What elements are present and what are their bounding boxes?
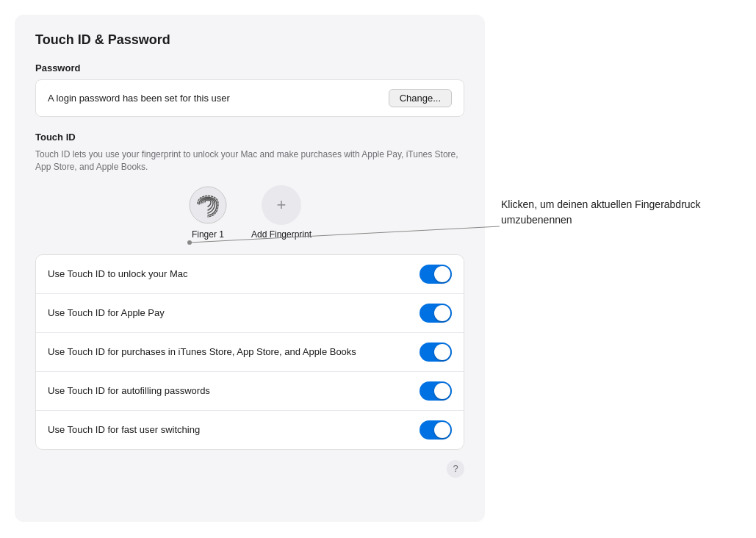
toggle-0[interactable] [420,265,452,284]
toggle-thumb-4 [434,422,450,438]
help-button-container: ? [35,460,464,478]
toggle-track-0[interactable] [420,265,452,284]
toggle-label-3: Use Touch ID for autofilling passwords [48,384,210,398]
touch-id-label: Touch ID [35,132,464,143]
toggle-row-1: Use Touch ID for Apple Pay [36,294,464,333]
toggle-track-3[interactable] [420,381,452,401]
password-box: A login password has been set for this u… [35,79,464,117]
toggle-row-2: Use Touch ID for purchases in iTunes Sto… [36,333,464,372]
change-password-button[interactable]: Change... [389,89,452,107]
settings-panel: Touch ID & Password Password A login pas… [15,15,485,522]
fingerprint-1-icon [188,185,228,225]
toggle-thumb-0 [434,266,450,282]
toggle-row-3: Use Touch ID for autofilling passwords [36,372,464,411]
svg-point-0 [190,187,226,223]
toggle-thumb-2 [434,344,450,360]
fingerprint-1-item[interactable]: Finger 1 [188,185,228,240]
panel-title: Touch ID & Password [35,32,464,48]
toggle-rows-container: Use Touch ID to unlock your Mac Use Touc… [35,254,464,450]
toggle-4[interactable] [420,420,452,440]
add-fingerprint-item[interactable]: + Add Fingerprint [251,185,312,240]
toggle-row-0: Use Touch ID to unlock your Mac [36,255,464,294]
touch-id-description: Touch ID lets you use your fingerprint t… [35,148,464,173]
toggle-row-4: Use Touch ID for fast user switching [36,411,464,449]
toggle-track-4[interactable] [420,420,452,440]
toggle-label-1: Use Touch ID for Apple Pay [48,306,165,320]
toggle-thumb-1 [434,305,450,321]
toggle-1[interactable] [420,304,452,323]
fingerprint-1-label: Finger 1 [192,229,224,240]
toggle-2[interactable] [420,342,452,362]
toggle-label-4: Use Touch ID for fast user switching [48,423,200,437]
fingerprint-row: Finger 1 + Add Fingerprint [35,185,464,240]
add-fingerprint-icon: + [262,185,301,225]
callout-annotation: Klicken, um deinen aktuellen Fingerabdru… [501,197,707,228]
toggle-track-2[interactable] [420,342,452,362]
password-section-label: Password [35,62,464,73]
help-button[interactable]: ? [447,460,464,478]
toggle-label-0: Use Touch ID to unlock your Mac [48,268,188,281]
touch-id-section: Touch ID Touch ID lets you use your fing… [35,132,464,240]
toggle-3[interactable] [420,381,452,401]
add-fingerprint-label: Add Fingerprint [251,229,312,240]
toggle-track-1[interactable] [420,304,452,323]
toggle-thumb-3 [434,383,450,399]
toggle-label-2: Use Touch ID for purchases in iTunes Sto… [48,345,356,359]
password-description: A login password has been set for this u… [48,93,230,104]
